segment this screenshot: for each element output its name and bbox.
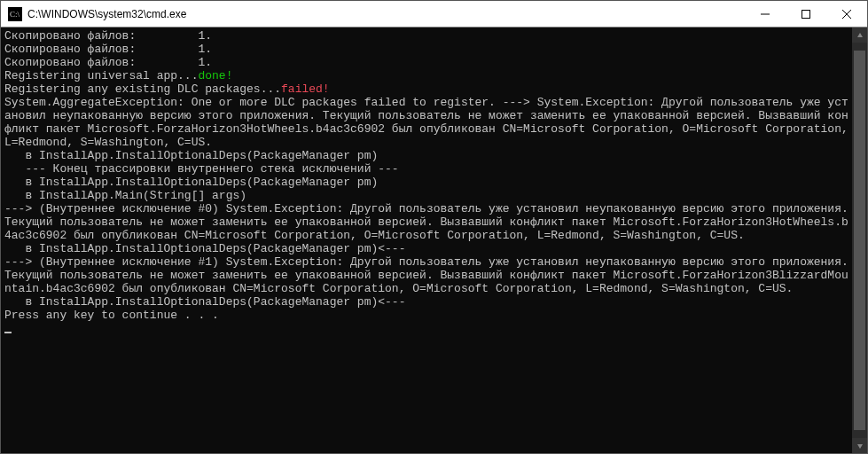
- console-line: --- Конец трассировки внутреннего стека …: [4, 162, 848, 176]
- cmd-window: C:\ C:\WINDOWS\system32\cmd.exe Скопиров…: [0, 0, 868, 454]
- console-line: ---> (Внутреннее исключение #1) System.E…: [4, 255, 848, 295]
- console-line: Скопировано файлов: 1.: [4, 29, 848, 43]
- console-line: Registering any existing DLC packages...…: [4, 82, 848, 96]
- window-title: C:\WINDOWS\system32\cmd.exe: [27, 8, 745, 20]
- close-button[interactable]: [826, 1, 867, 27]
- text-cursor: [4, 332, 12, 333]
- console-cursor-line: [4, 322, 848, 335]
- console-line: в InstallApp.InstallOptionalDeps(Package…: [4, 149, 848, 162]
- console-line: в InstallApp.InstallOptionalDeps(Package…: [4, 295, 848, 309]
- console-line: Press any key to continue . . .: [4, 309, 848, 322]
- titlebar[interactable]: C:\ C:\WINDOWS\system32\cmd.exe: [1, 1, 867, 27]
- scroll-track[interactable]: [852, 43, 867, 438]
- scroll-up-button[interactable]: [852, 27, 867, 43]
- console-line: Registering universal app...done!: [4, 69, 848, 82]
- console-line: ---> (Внутреннее исключение #0) System.E…: [4, 202, 848, 242]
- scroll-down-button[interactable]: [852, 438, 867, 453]
- client-area: Скопировано файлов: 1.Скопировано файлов…: [1, 27, 867, 453]
- console-line: Скопировано файлов: 1.: [4, 43, 848, 56]
- console-line: System.AggregateException: One or more D…: [4, 96, 848, 149]
- maximize-button[interactable]: [786, 1, 826, 27]
- svg-marker-7: [857, 444, 863, 449]
- vertical-scrollbar[interactable]: [852, 27, 867, 453]
- console-line: Скопировано файлов: 1.: [4, 56, 848, 69]
- svg-rect-3: [802, 10, 810, 18]
- cmd-icon: C:\: [8, 7, 22, 21]
- console-line: в InstallApp.InstallOptionalDeps(Package…: [4, 242, 848, 255]
- console-line: в InstallApp.InstallOptionalDeps(Package…: [4, 176, 848, 189]
- scroll-thumb[interactable]: [854, 51, 865, 430]
- minimize-button[interactable]: [745, 1, 786, 27]
- console-output[interactable]: Скопировано файлов: 1.Скопировано файлов…: [1, 27, 852, 453]
- svg-marker-6: [857, 33, 863, 37]
- console-line: в InstallApp.Main(String[] args): [4, 189, 848, 202]
- svg-text:C:\: C:\: [10, 10, 20, 19]
